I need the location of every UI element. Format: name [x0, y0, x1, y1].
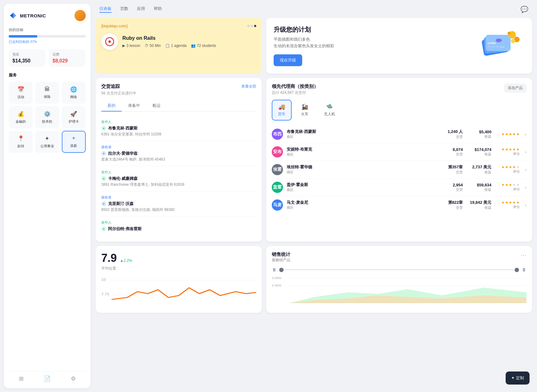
service-name: 保险 [44, 94, 51, 99]
agent-list: 布西 布鲁克林·西蒙斯 南区 1,240 人 交货 $5,400 收益 ★★★★… [272, 125, 526, 214]
agent-row: 盖霍 盖伊·霍金斯 南区 2,954 交货 $59,634 收益 ★★★★★ 评… [272, 179, 526, 196]
upgrade-title: 升级您的计划 [274, 25, 334, 34]
cat-name: 火车 [301, 112, 308, 117]
agent-transactions: 1,240 人 交货 [441, 129, 463, 139]
stat-value: 7.9 [101, 252, 117, 265]
topnav-link-应用[interactable]: 应用 [137, 6, 145, 13]
agent-transactions: 第357章 交货 [441, 164, 463, 175]
chat-icon[interactable]: 💬 [521, 6, 528, 13]
svg-text:2,500: 2,500 [272, 284, 281, 287]
service-item-网络[interactable]: 🌐网络 [62, 82, 86, 104]
budget-value: $14,350 [12, 58, 42, 64]
service-item-保险[interactable]: 🏛保险 [35, 82, 59, 104]
agents-subtitle: 总计 424,567 次交付 [272, 90, 318, 95]
sales-header: 销售统计 最畅销产品 ⋯ [272, 252, 526, 263]
layers-icon[interactable]: ⊞ [19, 375, 24, 382]
agent-arrow-button[interactable]: › [525, 132, 526, 137]
topnav-link-帮助[interactable]: 帮助 [154, 6, 162, 13]
dot3 [254, 25, 256, 27]
agent-rating: ★★★★★ 评分 [495, 147, 520, 156]
agent-name: 盖伊·霍金斯 [287, 182, 437, 188]
agent-rating: ★★★★★ 评分 [495, 200, 520, 209]
agent-arrow-button[interactable]: › [525, 203, 526, 207]
stats-chart: 10 7.75 [101, 276, 256, 307]
service-name: 添新 [70, 144, 77, 148]
service-item-金融的[interactable]: 💰金融的 [9, 106, 33, 128]
expense-value: $8,029 [52, 58, 82, 64]
second-row: 交货追踪 查看全部 56 次交付正在进行中 新的准备中船运 发件人 ● 布鲁克林… [96, 78, 532, 242]
avatar[interactable] [75, 10, 86, 21]
service-icon: + [72, 135, 75, 142]
budget-label: 预算 [12, 52, 42, 57]
sales-card: 销售统计 最畅销产品 ⋯ ⏸ ⏸ 3,000 2,500 [266, 246, 532, 313]
course-dots [247, 25, 256, 27]
expense-card: 花费 $8,029 [49, 49, 86, 67]
svg-text:10: 10 [101, 278, 106, 281]
delivery-role: 发件人 [101, 220, 256, 225]
delivery-name: ● 克里斯汀·沃森 [101, 201, 256, 207]
stat-growth: ▲2.2% [120, 258, 132, 263]
category-tab-无人机[interactable]: 🛸无人机 [318, 100, 341, 121]
agent-name: 安妮特·布莱克 [287, 147, 437, 152]
agent-transactions: 第822章 交货 [441, 200, 463, 210]
svg-point-9 [496, 39, 502, 42]
delivery-item: 接收者 ● 拉尔夫·爱德华兹 星家大道2464号 梅萨, 新泽西州 45463 [101, 141, 256, 166]
delivery-tab-船运[interactable]: 船运 [146, 100, 167, 112]
delivery-address: 3891 Ranchview 理查森博士, 加利福尼亚州 62639 [101, 182, 256, 187]
topnav-link-页数[interactable]: 页数 [120, 6, 128, 13]
agent-info: 盖伊·霍金斯 南区 [287, 182, 437, 192]
delivery-dot-icon: ● [101, 226, 106, 231]
upgrade-button[interactable]: 现在升级 [274, 54, 302, 66]
agent-revenue: 19,842 美元 收益 [466, 200, 491, 210]
sales-dots-icon[interactable]: ⋯ [521, 252, 526, 258]
delivery-address: 6391 埃尔全堂塞塞, 特拉华州 10299 [101, 132, 256, 137]
service-item-护理卡[interactable]: 🚀护理卡 [62, 106, 86, 128]
document-icon[interactable]: 📄 [44, 375, 51, 382]
delivery-address: 8502 普雷斯顿路, 英格尔伍德, 缅因州 98380 [101, 207, 256, 212]
add-product-button[interactable]: 添加产品 [504, 84, 526, 93]
agent-arrow-button[interactable]: › [525, 167, 526, 172]
sales-subtitle: 最畅销产品 [272, 258, 290, 263]
service-item-公用事业[interactable]: ✦公用事业 [35, 131, 59, 153]
slider-row: ⏸ ⏸ [272, 267, 526, 273]
category-tab-火车[interactable]: 🚂火车 [295, 100, 315, 121]
view-all-button[interactable]: 查看全部 [241, 84, 256, 89]
sidebar: METRONIC 你的目标 已达到目标的 37% 预算 $14,350 花费 $… [4, 4, 91, 388]
agent-arrow-button[interactable]: › [525, 149, 526, 154]
delivery-tab-新的[interactable]: 新的 [101, 100, 122, 112]
delivery-subtitle: 56 次交付正在进行中 [101, 91, 256, 96]
students-icon: 👥 [191, 43, 196, 48]
settings-icon[interactable]: ⚙ [71, 375, 76, 382]
slider-thumb-left[interactable] [279, 268, 284, 272]
sales-title: 销售统计 [272, 252, 290, 258]
slider-thumb-right[interactable] [515, 268, 519, 272]
services-grid: 📅活动🏛保险🌐网络💰金融的⚙️技术的🚀护理卡📍款待✦公用事业+添新 [9, 82, 86, 153]
service-name: 护理卡 [69, 119, 79, 124]
delivery-item: 发件人 ● 阿尔伯特·弗洛雷斯 [101, 217, 256, 236]
category-tab-货车[interactable]: 🚚货车 [272, 100, 292, 121]
svg-text:3,000: 3,000 [272, 276, 281, 279]
cat-name: 货车 [278, 112, 285, 117]
agent-revenue: $59,634 收益 [466, 183, 491, 192]
service-item-活动[interactable]: 📅活动 [9, 82, 33, 104]
agent-arrow-button[interactable]: › [525, 185, 526, 190]
progress-bar-fill [9, 35, 37, 38]
service-item-添新[interactable]: +添新 [62, 131, 86, 153]
customize-button[interactable]: ✦ 定制 [506, 371, 530, 385]
service-item-款待[interactable]: 📍款待 [9, 131, 33, 153]
slider-track[interactable] [279, 269, 519, 270]
delivery-role: 发件人 [101, 170, 256, 175]
agenda-icon: 📋 [165, 43, 170, 48]
delivery-tab-准备中[interactable]: 准备中 [122, 100, 146, 112]
stats-row: 7.9 ▲2.2% 平均位置 10 7.75 销售统计 最畅销产品 [96, 246, 532, 313]
service-item-技术的[interactable]: ⚙️技术的 [35, 106, 59, 128]
topnav-link-仪表板[interactable]: 仪表板 [99, 6, 111, 13]
play-icon: ⏸ [272, 267, 277, 273]
lesson-icon: ▶ [122, 43, 125, 48]
delivery-name: ● 卡梅伦·威廉姆森 [101, 176, 256, 181]
agent-region: 南区 [287, 134, 437, 139]
agent-info: 埃丝特·霍华德 南区 [287, 164, 437, 175]
upgrade-card: 升级您的计划 平面插图和我们多色 生动的未混合紫色头发女士的精彩 现在升级 [266, 18, 532, 74]
agent-transactions: 6,074 交货 [441, 147, 463, 157]
agent-avatar: 盖霍 [272, 182, 283, 193]
